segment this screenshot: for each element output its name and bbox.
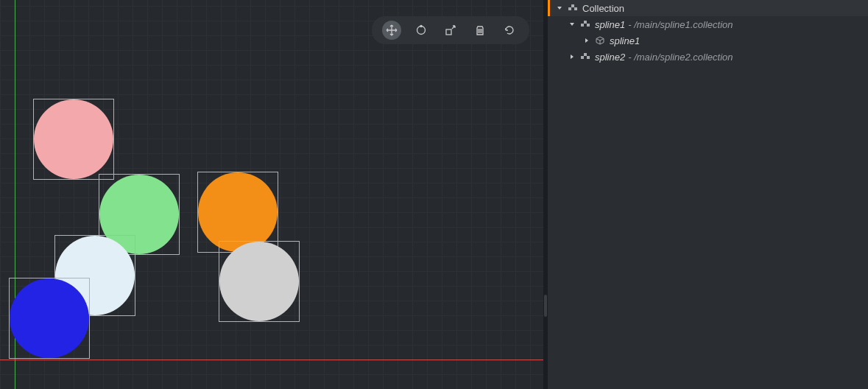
tree-item-spline2[interactable]: spline2 - /main/spline2.collection: [548, 49, 868, 65]
svg-rect-4: [571, 4, 574, 7]
erase-tool[interactable]: [470, 21, 490, 40]
svg-point-0: [417, 27, 426, 35]
svg-rect-11: [587, 56, 590, 59]
move-tool[interactable]: [382, 21, 401, 40]
tree-item-label: spline1: [595, 19, 625, 30]
orange-circle[interactable]: [198, 172, 278, 252]
tree-item-path: - /main/spline1.collection: [628, 19, 733, 30]
scale-tool[interactable]: [441, 21, 460, 40]
outliner-panel: Collection spline1 - /main/spline1.colle…: [548, 0, 868, 389]
collection-icon: [568, 3, 578, 13]
chevron-down-icon[interactable]: [568, 21, 576, 28]
svg-point-1: [420, 26, 422, 27]
svg-rect-3: [568, 7, 571, 10]
tree-item-spline1[interactable]: spline1 - /main/spline1.collection: [548, 16, 868, 32]
tree-item-spline1-child[interactable]: spline1: [548, 32, 868, 49]
svg-rect-5: [574, 7, 577, 10]
svg-rect-10: [584, 53, 587, 56]
collection-icon: [580, 52, 590, 62]
svg-rect-8: [587, 24, 590, 27]
chevron-down-icon[interactable]: [556, 4, 563, 12]
svg-rect-2: [446, 29, 451, 35]
tree-item-path: - /main/spline2.collection: [628, 52, 733, 63]
svg-rect-9: [581, 56, 584, 59]
blue-circle[interactable]: [10, 278, 89, 358]
viewport-toolbar: [372, 16, 529, 44]
panel-divider[interactable]: [543, 0, 548, 389]
divider-handle[interactable]: [544, 295, 547, 317]
scene-viewport[interactable]: [0, 0, 543, 389]
cube-icon: [595, 35, 605, 46]
refresh-tool[interactable]: [500, 21, 519, 40]
rotate-tool[interactable]: [412, 21, 431, 40]
chevron-right-icon[interactable]: [583, 37, 590, 44]
tree-root-label: Collection: [582, 3, 624, 14]
collection-icon: [580, 19, 590, 29]
tree-item-label: spline2: [595, 52, 625, 63]
pink-circle[interactable]: [34, 99, 113, 179]
tree-item-label: spline1: [610, 35, 640, 46]
tree-root-collection[interactable]: Collection: [548, 0, 868, 16]
svg-rect-7: [584, 21, 587, 24]
chevron-right-icon[interactable]: [568, 53, 576, 60]
gray-circle[interactable]: [219, 242, 299, 321]
x-axis: [0, 360, 543, 360]
svg-rect-6: [581, 24, 584, 27]
